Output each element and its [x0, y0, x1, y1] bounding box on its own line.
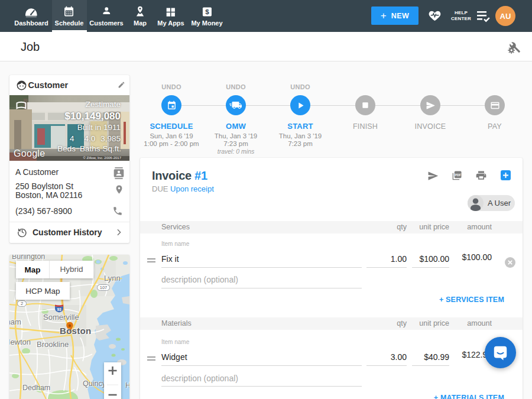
- svg-text:PDF: PDF: [455, 173, 461, 177]
- svg-text:$: $: [205, 8, 209, 15]
- svg-text:93: 93: [57, 307, 61, 312]
